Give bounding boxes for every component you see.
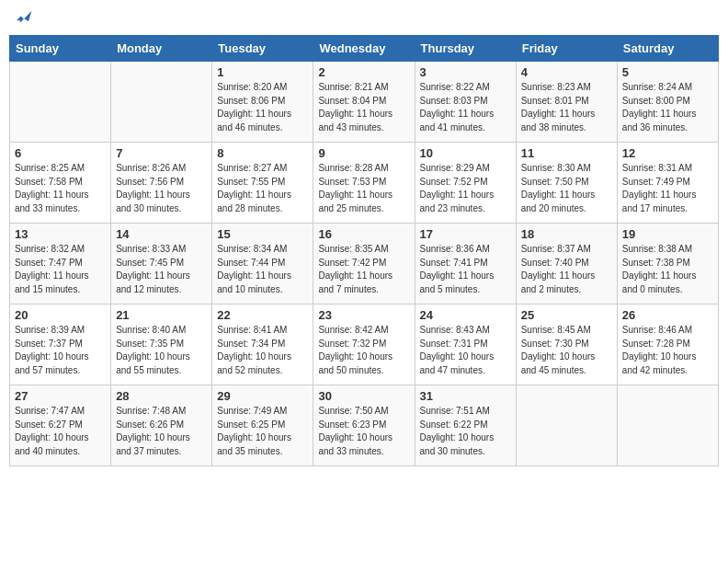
day-info: Sunrise: 8:24 AM Sunset: 8:00 PM Dayligh… [622, 81, 713, 134]
calendar-cell: 14Sunrise: 8:33 AM Sunset: 7:45 PM Dayli… [111, 224, 212, 304]
day-number: 26 [622, 308, 713, 322]
day-number: 31 [420, 389, 511, 403]
page-header [9, 9, 719, 28]
day-info: Sunrise: 8:20 AM Sunset: 8:06 PM Dayligh… [217, 81, 308, 134]
calendar-cell: 9Sunrise: 8:28 AM Sunset: 7:53 PM Daylig… [313, 143, 415, 224]
day-info: Sunrise: 8:45 AM Sunset: 7:30 PM Dayligh… [521, 324, 612, 377]
day-info: Sunrise: 7:47 AM Sunset: 6:27 PM Dayligh… [15, 405, 106, 458]
day-info: Sunrise: 7:51 AM Sunset: 6:22 PM Dayligh… [420, 405, 511, 458]
weekday-header-thursday: Thursday [415, 36, 516, 62]
calendar-cell [10, 62, 111, 143]
day-info: Sunrise: 8:38 AM Sunset: 7:38 PM Dayligh… [622, 243, 713, 296]
weekday-header-monday: Monday [111, 36, 212, 62]
calendar-cell: 4Sunrise: 8:23 AM Sunset: 8:01 PM Daylig… [516, 62, 617, 143]
calendar-cell: 20Sunrise: 8:39 AM Sunset: 7:37 PM Dayli… [10, 304, 111, 385]
day-info: Sunrise: 7:50 AM Sunset: 6:23 PM Dayligh… [318, 405, 409, 458]
day-info: Sunrise: 8:35 AM Sunset: 7:42 PM Dayligh… [318, 243, 409, 296]
day-info: Sunrise: 8:46 AM Sunset: 7:28 PM Dayligh… [622, 324, 713, 377]
weekday-header-sunday: Sunday [10, 36, 111, 62]
day-info: Sunrise: 8:37 AM Sunset: 7:40 PM Dayligh… [521, 243, 612, 296]
day-number: 11 [521, 146, 612, 160]
day-number: 18 [521, 227, 612, 241]
day-info: Sunrise: 8:42 AM Sunset: 7:32 PM Dayligh… [318, 324, 409, 377]
weekday-header-saturday: Saturday [617, 36, 718, 62]
calendar-cell: 3Sunrise: 8:22 AM Sunset: 8:03 PM Daylig… [415, 62, 516, 143]
calendar-cell: 8Sunrise: 8:27 AM Sunset: 7:55 PM Daylig… [212, 143, 313, 224]
calendar-cell: 10Sunrise: 8:29 AM Sunset: 7:52 PM Dayli… [415, 143, 516, 224]
day-number: 22 [217, 308, 308, 322]
calendar-cell: 29Sunrise: 7:49 AM Sunset: 6:25 PM Dayli… [212, 385, 313, 466]
day-info: Sunrise: 7:48 AM Sunset: 6:26 PM Dayligh… [116, 405, 207, 458]
calendar-cell: 6Sunrise: 8:25 AM Sunset: 7:58 PM Daylig… [10, 143, 111, 224]
day-info: Sunrise: 8:31 AM Sunset: 7:49 PM Dayligh… [622, 162, 713, 215]
day-number: 5 [622, 65, 713, 79]
day-info: Sunrise: 8:40 AM Sunset: 7:35 PM Dayligh… [116, 324, 207, 377]
calendar-cell: 18Sunrise: 8:37 AM Sunset: 7:40 PM Dayli… [516, 224, 617, 304]
calendar-cell: 23Sunrise: 8:42 AM Sunset: 7:32 PM Dayli… [313, 304, 415, 385]
day-number: 9 [318, 146, 409, 160]
calendar-cell: 11Sunrise: 8:30 AM Sunset: 7:50 PM Dayli… [516, 143, 617, 224]
day-number: 30 [318, 389, 409, 403]
weekday-header-tuesday: Tuesday [212, 36, 313, 62]
day-number: 4 [521, 65, 612, 79]
day-number: 28 [116, 389, 207, 403]
day-info: Sunrise: 7:49 AM Sunset: 6:25 PM Dayligh… [217, 405, 308, 458]
calendar-table: SundayMondayTuesdayWednesdayThursdayFrid… [9, 35, 719, 466]
calendar-cell: 30Sunrise: 7:50 AM Sunset: 6:23 PM Dayli… [313, 385, 415, 466]
calendar-cell: 7Sunrise: 8:26 AM Sunset: 7:56 PM Daylig… [111, 143, 212, 224]
day-number: 16 [318, 227, 409, 241]
weekday-header-friday: Friday [516, 36, 617, 62]
day-number: 17 [420, 227, 511, 241]
day-info: Sunrise: 8:21 AM Sunset: 8:04 PM Dayligh… [318, 81, 409, 134]
day-number: 2 [318, 65, 409, 79]
calendar-cell: 31Sunrise: 7:51 AM Sunset: 6:22 PM Dayli… [415, 385, 516, 466]
day-info: Sunrise: 8:28 AM Sunset: 7:53 PM Dayligh… [318, 162, 409, 215]
day-info: Sunrise: 8:41 AM Sunset: 7:34 PM Dayligh… [217, 324, 308, 377]
day-info: Sunrise: 8:29 AM Sunset: 7:52 PM Dayligh… [420, 162, 511, 215]
day-info: Sunrise: 8:25 AM Sunset: 7:58 PM Dayligh… [15, 162, 106, 215]
day-number: 3 [420, 65, 511, 79]
day-info: Sunrise: 8:34 AM Sunset: 7:44 PM Dayligh… [217, 243, 308, 296]
day-number: 8 [217, 146, 308, 160]
day-info: Sunrise: 8:27 AM Sunset: 7:55 PM Dayligh… [217, 162, 308, 215]
day-number: 27 [15, 389, 106, 403]
day-number: 14 [116, 227, 207, 241]
day-info: Sunrise: 8:39 AM Sunset: 7:37 PM Dayligh… [15, 324, 106, 377]
day-number: 1 [217, 65, 308, 79]
weekday-header-wednesday: Wednesday [313, 36, 415, 62]
calendar-cell: 27Sunrise: 7:47 AM Sunset: 6:27 PM Dayli… [10, 385, 111, 466]
day-info: Sunrise: 8:26 AM Sunset: 7:56 PM Dayligh… [116, 162, 207, 215]
calendar-cell: 19Sunrise: 8:38 AM Sunset: 7:38 PM Dayli… [617, 224, 718, 304]
day-number: 24 [420, 308, 511, 322]
day-info: Sunrise: 8:32 AM Sunset: 7:47 PM Dayligh… [15, 243, 106, 296]
day-number: 13 [15, 227, 106, 241]
calendar-cell: 12Sunrise: 8:31 AM Sunset: 7:49 PM Dayli… [617, 143, 718, 224]
calendar-cell: 28Sunrise: 7:48 AM Sunset: 6:26 PM Dayli… [111, 385, 212, 466]
calendar-cell [516, 385, 617, 466]
day-number: 12 [622, 146, 713, 160]
calendar-cell: 15Sunrise: 8:34 AM Sunset: 7:44 PM Dayli… [212, 224, 313, 304]
logo-bird-icon [15, 9, 33, 28]
calendar-cell: 1Sunrise: 8:20 AM Sunset: 8:06 PM Daylig… [212, 62, 313, 143]
day-number: 25 [521, 308, 612, 322]
calendar-cell: 17Sunrise: 8:36 AM Sunset: 7:41 PM Dayli… [415, 224, 516, 304]
day-number: 10 [420, 146, 511, 160]
calendar-cell: 22Sunrise: 8:41 AM Sunset: 7:34 PM Dayli… [212, 304, 313, 385]
day-info: Sunrise: 8:33 AM Sunset: 7:45 PM Dayligh… [116, 243, 207, 296]
day-info: Sunrise: 8:43 AM Sunset: 7:31 PM Dayligh… [420, 324, 511, 377]
day-number: 6 [15, 146, 106, 160]
calendar-cell: 25Sunrise: 8:45 AM Sunset: 7:30 PM Dayli… [516, 304, 617, 385]
day-info: Sunrise: 8:22 AM Sunset: 8:03 PM Dayligh… [420, 81, 511, 134]
day-info: Sunrise: 8:30 AM Sunset: 7:50 PM Dayligh… [521, 162, 612, 215]
calendar-cell: 2Sunrise: 8:21 AM Sunset: 8:04 PM Daylig… [313, 62, 415, 143]
day-number: 23 [318, 308, 409, 322]
calendar-cell: 16Sunrise: 8:35 AM Sunset: 7:42 PM Dayli… [313, 224, 415, 304]
calendar-cell: 24Sunrise: 8:43 AM Sunset: 7:31 PM Dayli… [415, 304, 516, 385]
day-info: Sunrise: 8:23 AM Sunset: 8:01 PM Dayligh… [521, 81, 612, 134]
calendar-cell: 5Sunrise: 8:24 AM Sunset: 8:00 PM Daylig… [617, 62, 718, 143]
logo [13, 9, 33, 28]
day-number: 29 [217, 389, 308, 403]
day-info: Sunrise: 8:36 AM Sunset: 7:41 PM Dayligh… [420, 243, 511, 296]
calendar-cell [111, 62, 212, 143]
calendar-cell: 26Sunrise: 8:46 AM Sunset: 7:28 PM Dayli… [617, 304, 718, 385]
